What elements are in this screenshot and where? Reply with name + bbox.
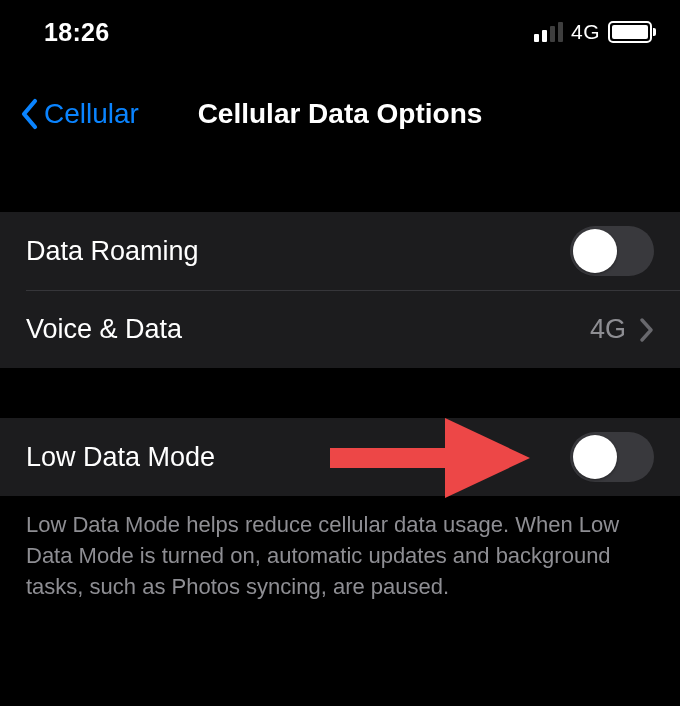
settings-group-2: Low Data Mode <box>0 418 680 496</box>
data-roaming-toggle[interactable] <box>570 226 654 276</box>
toggle-knob <box>573 435 617 479</box>
cellular-signal-icon <box>534 22 563 42</box>
chevron-left-icon <box>20 98 40 130</box>
navigation-bar: Cellular Cellular Data Options <box>0 78 680 150</box>
toggle-knob <box>573 229 617 273</box>
chevron-right-icon <box>640 318 654 342</box>
row-value: 4G <box>590 314 626 345</box>
page-title: Cellular Data Options <box>198 98 483 130</box>
low-data-mode-row[interactable]: Low Data Mode <box>0 418 680 496</box>
footer-text: Low Data Mode helps reduce cellular data… <box>0 496 680 602</box>
row-label: Voice & Data <box>26 314 182 345</box>
row-label: Low Data Mode <box>26 442 215 473</box>
settings-group-1: Data Roaming Voice & Data 4G <box>0 212 680 368</box>
status-time: 18:26 <box>44 18 109 47</box>
low-data-mode-toggle[interactable] <box>570 432 654 482</box>
back-label: Cellular <box>44 98 139 130</box>
status-bar: 18:26 4G <box>0 14 680 50</box>
network-type-label: 4G <box>571 20 600 44</box>
row-label: Data Roaming <box>26 236 199 267</box>
voice-data-row[interactable]: Voice & Data 4G <box>26 290 680 368</box>
back-button[interactable]: Cellular <box>10 94 145 134</box>
data-roaming-row[interactable]: Data Roaming <box>0 212 680 290</box>
battery-icon <box>608 21 652 43</box>
status-indicators: 4G <box>534 20 652 44</box>
